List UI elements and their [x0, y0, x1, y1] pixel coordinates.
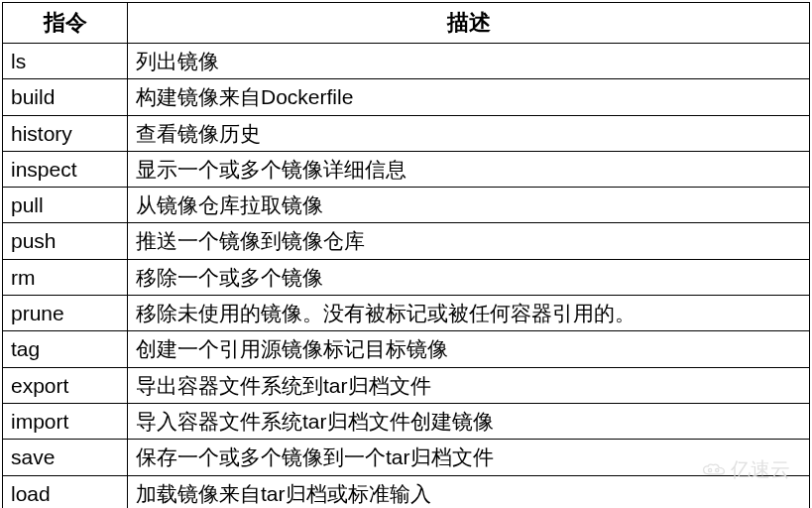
table-row: rm 移除一个或多个镜像 [3, 259, 810, 295]
cell-command: tag [3, 331, 128, 367]
table-body: ls 列出镜像 build 构建镜像来自Dockerfile history 查… [3, 44, 810, 509]
cloud-icon [701, 461, 727, 479]
cell-command: build [3, 79, 128, 115]
table-row: prune 移除未使用的镜像。没有被标记或被任何容器引用的。 [3, 296, 810, 331]
cell-command: history [3, 115, 128, 151]
cell-description: 移除一个或多个镜像 [128, 259, 810, 295]
cell-description: 导入容器文件系统tar归档文件创建镜像 [128, 403, 810, 439]
cell-description: 列出镜像 [128, 44, 810, 79]
table-row: build 构建镜像来自Dockerfile [3, 79, 810, 115]
watermark: 亿速云 [701, 456, 790, 483]
docker-commands-table: 指令 描述 ls 列出镜像 build 构建镜像来自Dockerfile his… [2, 2, 810, 508]
cell-description: 构建镜像来自Dockerfile [128, 79, 810, 115]
table-row: save 保存一个或多个镜像到一个tar归档文件 [3, 440, 810, 475]
header-command: 指令 [3, 3, 128, 44]
table-row: tag 创建一个引用源镜像标记目标镜像 [3, 331, 810, 367]
table-row: import 导入容器文件系统tar归档文件创建镜像 [3, 403, 810, 439]
cell-description: 从镜像仓库拉取镜像 [128, 188, 810, 223]
table-row: inspect 显示一个或多个镜像详细信息 [3, 151, 810, 187]
cell-command: ls [3, 44, 128, 79]
table-row: export 导出容器文件系统到tar归档文件 [3, 367, 810, 403]
cell-command: save [3, 440, 128, 475]
table-row: load 加载镜像来自tar归档或标准输入 [3, 475, 810, 508]
watermark-text: 亿速云 [731, 456, 790, 483]
cell-description: 显示一个或多个镜像详细信息 [128, 151, 810, 187]
cell-command: push [3, 223, 128, 259]
table-row: ls 列出镜像 [3, 44, 810, 79]
svg-point-1 [716, 468, 719, 471]
cell-description: 查看镜像历史 [128, 115, 810, 151]
cell-description: 导出容器文件系统到tar归档文件 [128, 367, 810, 403]
svg-point-0 [708, 468, 711, 471]
cell-command: inspect [3, 151, 128, 187]
cell-description: 推送一个镜像到镜像仓库 [128, 223, 810, 259]
cell-command: load [3, 475, 128, 508]
cell-command: rm [3, 259, 128, 295]
cell-command: prune [3, 296, 128, 331]
cell-command: pull [3, 188, 128, 223]
table-row: history 查看镜像历史 [3, 115, 810, 151]
cell-command: import [3, 403, 128, 439]
cell-command: export [3, 367, 128, 403]
table-row: pull 从镜像仓库拉取镜像 [3, 188, 810, 223]
table-header-row: 指令 描述 [3, 3, 810, 44]
header-description: 描述 [128, 3, 810, 44]
cell-description: 创建一个引用源镜像标记目标镜像 [128, 331, 810, 367]
table-row: push 推送一个镜像到镜像仓库 [3, 223, 810, 259]
cell-description: 移除未使用的镜像。没有被标记或被任何容器引用的。 [128, 296, 810, 331]
